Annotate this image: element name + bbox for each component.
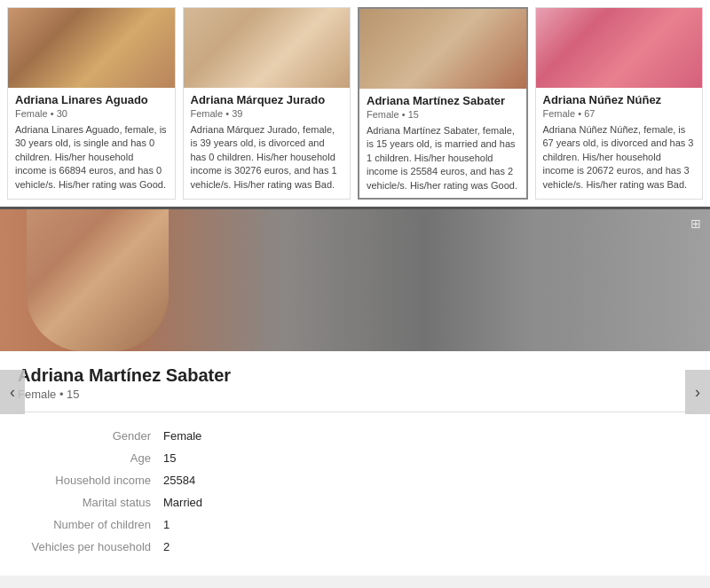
detail-row-1: Age15 [18, 447, 692, 469]
detail-value-3: Married [160, 491, 692, 514]
detail-label-0: Gender [18, 425, 160, 447]
card-2[interactable]: Adriana Márquez Jurado Female • 39 Adria… [183, 7, 351, 200]
detail-label-4: Number of children [18, 514, 160, 536]
card-3-desc: Adriana Martínez Sabater, female, is 15 … [367, 124, 519, 192]
detail-table: GenderFemaleAge15Household income25584Ma… [18, 425, 692, 558]
detail-value-0: Female [160, 425, 692, 447]
prev-button[interactable]: ‹ [0, 370, 25, 414]
detail-banner: ⊞ [0, 209, 710, 351]
detail-label-3: Marital status [18, 491, 160, 514]
card-3[interactable]: Adriana Martínez Sabater Female • 15 Adr… [358, 7, 528, 200]
detail-row-2: Household income25584 [18, 469, 692, 491]
card-1-sub: Female • 30 [15, 108, 168, 119]
card-4[interactable]: Adriana Núñez Núñez Female • 67 Adriana … [535, 7, 704, 200]
detail-label-2: Household income [18, 469, 160, 491]
detail-row-0: GenderFemale [18, 425, 692, 447]
next-button[interactable]: › [685, 370, 710, 414]
detail-value-1: 15 [160, 447, 692, 469]
card-2-sub: Female • 39 [191, 108, 343, 119]
detail-row-3: Marital statusMarried [18, 491, 692, 514]
right-arrow-icon: › [695, 383, 700, 402]
left-arrow-icon: ‹ [10, 383, 15, 402]
detail-divider [18, 412, 692, 412]
cards-grid: Adriana Linares Aguado Female • 30 Adria… [0, 0, 710, 209]
card-2-desc: Adriana Márquez Jurado, female, is 39 ye… [191, 123, 343, 192]
card-1-name: Adriana Linares Aguado [15, 93, 168, 106]
detail-value-2: 25584 [160, 469, 692, 491]
detail-value-5: 2 [160, 536, 692, 558]
detail-panel: ‹ › ⊞ Adriana Martínez Sabater Female • … [0, 209, 710, 576]
detail-name: Adriana Martínez Sabater [18, 365, 692, 386]
card-2-name: Adriana Márquez Jurado [191, 93, 343, 106]
detail-sub: Female • 15 [18, 388, 692, 401]
detail-row-5: Vehicles per household2 [18, 536, 692, 558]
detail-value-4: 1 [160, 514, 692, 536]
card-1[interactable]: Adriana Linares Aguado Female • 30 Adria… [7, 7, 176, 200]
card-4-desc: Adriana Núñez Núñez, female, is 67 years… [543, 123, 696, 192]
card-4-name: Adriana Núñez Núñez [543, 93, 696, 106]
detail-content: Adriana Martínez Sabater Female • 15 Gen… [0, 351, 710, 576]
card-3-sub: Female • 15 [367, 109, 519, 120]
detail-label-1: Age [18, 447, 160, 469]
detail-image [0, 209, 710, 351]
card-3-name: Adriana Martínez Sabater [367, 94, 519, 107]
grid-view-icon[interactable]: ⊞ [690, 216, 701, 231]
card-4-sub: Female • 67 [543, 108, 696, 119]
detail-label-5: Vehicles per household [18, 536, 160, 558]
card-1-desc: Adriana Linares Aguado, female, is 30 ye… [15, 123, 168, 192]
detail-row-4: Number of children1 [18, 514, 692, 536]
